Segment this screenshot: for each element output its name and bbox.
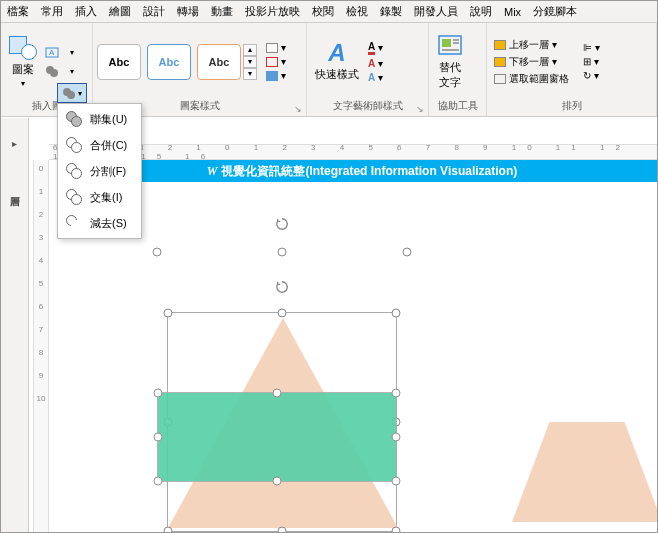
vertical-ruler: 012345678910	[33, 160, 49, 532]
group-label: 文字藝術師樣式↘	[311, 98, 424, 114]
handle[interactable]	[278, 527, 287, 534]
rotate-handle-icon[interactable]	[275, 217, 289, 231]
handle[interactable]	[392, 389, 401, 398]
style-gallery[interactable]: Abc Abc Abc	[97, 44, 241, 80]
style-item[interactable]: Abc	[197, 44, 241, 80]
menu-subtract[interactable]: 減去(S)	[58, 210, 141, 236]
menu-item[interactable]: 設計	[137, 1, 171, 22]
menu-item[interactable]: 校閱	[306, 1, 340, 22]
shape-effects-button[interactable]: ▾	[263, 69, 289, 82]
menu-item[interactable]: 錄製	[374, 1, 408, 22]
menu-item[interactable]: 插入	[69, 1, 103, 22]
text-outline-button[interactable]: A▾	[365, 57, 386, 70]
scroll-down-icon[interactable]: ▾	[243, 56, 257, 68]
gallery-scroller[interactable]: ▴ ▾ ▾	[243, 44, 257, 80]
handle[interactable]	[392, 309, 401, 318]
menu-item[interactable]: Mix	[498, 3, 527, 21]
shapes-button[interactable]: 圖案 ▾	[5, 34, 41, 90]
shapes-label: 圖案	[12, 62, 34, 77]
bring-forward-button[interactable]: 上移一層 ▾	[491, 37, 572, 53]
bring-forward-icon	[494, 40, 506, 50]
alt-text-label: 替代 文字	[439, 60, 461, 90]
chevron-down-icon[interactable]: ▾	[63, 62, 81, 80]
text-fill-button[interactable]: A▾	[365, 40, 386, 56]
menu-bar: 檔案 常用 插入 繪圖 設計 轉場 動畫 投影片放映 校閱 檢視 錄製 開發人員…	[1, 1, 657, 23]
handle[interactable]	[164, 527, 173, 534]
handle[interactable]	[273, 389, 282, 398]
quick-styles-button[interactable]: A 快速樣式	[311, 39, 363, 84]
menu-item[interactable]: 分鏡腳本	[527, 1, 583, 22]
handle[interactable]	[392, 433, 401, 442]
quickstyle-label: 快速樣式	[315, 67, 359, 82]
text-effects-button[interactable]: A▾	[365, 71, 386, 84]
handle[interactable]	[278, 309, 287, 318]
svg-point-10	[67, 91, 75, 99]
scroll-up-icon[interactable]: ▴	[243, 44, 257, 56]
svg-point-3	[50, 69, 58, 77]
slide-title-bar: W 視覺化資訊統整(Integrated Information Visuali…	[67, 160, 657, 182]
menu-item[interactable]: 說明	[464, 1, 498, 22]
send-backward-icon	[494, 57, 506, 67]
outline-icon	[266, 57, 278, 67]
handle[interactable]	[154, 389, 163, 398]
ribbon-group-wordart: A 快速樣式 A▾ A▾ A▾ 文字藝術師樣式↘	[307, 23, 429, 116]
combine-icon	[66, 137, 82, 153]
text-outline-icon: A	[368, 58, 375, 69]
ribbon-group-arrange: 上移一層 ▾ 下移一層 ▾ 選取範圍窗格 ⊫▾ ⊞▾ ↻▾ 排列	[487, 23, 657, 116]
handle[interactable]	[154, 433, 163, 442]
launcher-icon[interactable]: ↘	[416, 104, 424, 114]
align-button[interactable]: ⊫▾	[580, 41, 603, 54]
slide-canvas[interactable]	[67, 182, 657, 532]
selection-group[interactable]	[157, 252, 407, 533]
handle[interactable]	[154, 477, 163, 486]
fill-icon	[266, 43, 278, 53]
chevron-right-icon[interactable]: ▸	[12, 138, 17, 149]
menu-item[interactable]: 檔案	[1, 1, 35, 22]
union-icon	[66, 111, 82, 127]
menu-item[interactable]: 繪圖	[103, 1, 137, 22]
handle[interactable]	[392, 477, 401, 486]
menu-item[interactable]: 檢視	[340, 1, 374, 22]
menu-item[interactable]: 轉場	[171, 1, 205, 22]
merge-shapes-dropdown-button[interactable]: ▾	[57, 83, 87, 103]
group-icon: ⊞	[583, 56, 591, 67]
textbox-icon[interactable]: A	[43, 43, 61, 61]
chevron-down-icon: ▾	[21, 79, 25, 88]
menu-fragment[interactable]: 分割(F)	[58, 158, 141, 184]
launcher-icon[interactable]: ↘	[294, 104, 302, 114]
rectangle-shape[interactable]	[157, 392, 397, 482]
alt-text-icon	[437, 34, 463, 58]
style-item[interactable]: Abc	[97, 44, 141, 80]
merge-shapes-menu: 聯集(U) 合併(C) 分割(F) 交集(I) 減去(S)	[57, 103, 142, 239]
rotate-handle-icon[interactable]	[275, 280, 289, 294]
menu-item[interactable]: 動畫	[205, 1, 239, 22]
menu-combine[interactable]: 合併(C)	[58, 132, 141, 158]
shape-fill-button[interactable]: ▾	[263, 41, 289, 54]
handle[interactable]	[273, 477, 282, 486]
alt-text-button[interactable]: 替代 文字	[433, 32, 467, 92]
handle[interactable]	[164, 309, 173, 318]
handle[interactable]	[278, 248, 287, 257]
handle[interactable]	[153, 248, 162, 257]
menu-item[interactable]: 常用	[35, 1, 69, 22]
group-button[interactable]: ⊞▾	[580, 55, 603, 68]
merge-shapes-icon[interactable]	[43, 62, 61, 80]
menu-intersect[interactable]: 交集(I)	[58, 184, 141, 210]
gallery-expand-icon[interactable]: ▾	[243, 68, 257, 80]
menu-item[interactable]: 開發人員	[408, 1, 464, 22]
handle[interactable]	[392, 527, 401, 534]
shapes-icon	[9, 36, 37, 60]
rotate-button[interactable]: ↻▾	[580, 69, 603, 82]
group-label: 排列	[491, 98, 652, 114]
handle[interactable]	[403, 248, 412, 257]
menu-item[interactable]: 投影片放映	[239, 1, 306, 22]
style-item[interactable]: Abc	[147, 44, 191, 80]
shape-outline-button[interactable]: ▾	[263, 55, 289, 68]
send-backward-button[interactable]: 下移一層 ▾	[491, 54, 572, 70]
menu-union[interactable]: 聯集(U)	[58, 106, 141, 132]
selection-pane-button[interactable]: 選取範圍窗格	[491, 71, 572, 87]
group-label: 協助工具	[433, 98, 482, 114]
chevron-down-icon[interactable]: ▾	[63, 43, 81, 61]
collapsed-thumbnail-panel[interactable]: ▸ 圖層	[1, 118, 29, 532]
trapezoid-shape[interactable]	[512, 422, 658, 522]
